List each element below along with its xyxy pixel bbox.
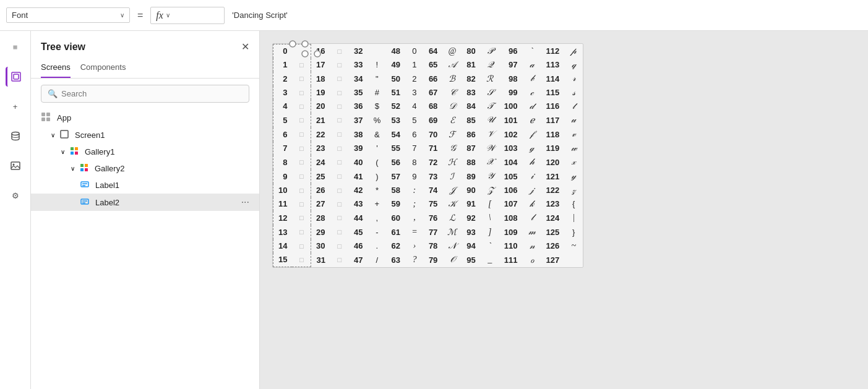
char-glyph[interactable]: 𝒶	[523, 58, 541, 72]
char-glyph[interactable]: [	[481, 197, 499, 211]
char-glyph[interactable]: 𝒯	[481, 100, 499, 113]
item-actions-menu[interactable]: ···	[241, 197, 249, 208]
char-glyph[interactable]: □	[330, 184, 349, 197]
char-glyph[interactable]: ~	[564, 239, 583, 253]
char-glyph[interactable]: 7	[405, 142, 424, 155]
char-glyph[interactable]: 4	[405, 100, 424, 113]
settings-icon[interactable]: ⚙	[6, 186, 25, 205]
tree-item-label2[interactable]: Label2 ···	[31, 194, 259, 211]
char-glyph[interactable]: 𝓌	[564, 142, 583, 155]
char-glyph[interactable]: 1	[405, 58, 424, 72]
tree-item-label1[interactable]: Label1	[31, 177, 259, 194]
char-glyph[interactable]: 𝓈	[564, 86, 583, 100]
char-glyph[interactable]: □	[292, 142, 311, 155]
char-glyph[interactable]: 𝒩	[442, 239, 462, 253]
char-glyph[interactable]: □	[292, 113, 311, 127]
char-glyph[interactable]	[564, 253, 583, 267]
char-glyph[interactable]: 𝒹	[523, 100, 541, 113]
char-glyph[interactable]: ]	[481, 225, 499, 239]
char-glyph[interactable]: 𝒷	[523, 72, 541, 86]
char-glyph[interactable]: ℐ	[442, 169, 462, 184]
char-glyph[interactable]: □	[330, 113, 349, 127]
char-glyph[interactable]: ℯ	[523, 113, 541, 127]
char-glyph[interactable]: =	[405, 225, 424, 239]
char-glyph[interactable]: ℰ	[442, 113, 462, 127]
char-glyph[interactable]: □	[292, 86, 311, 100]
char-glyph[interactable]: "	[367, 72, 386, 86]
char-glyph[interactable]: 𝓊	[564, 113, 583, 127]
char-glyph[interactable]: ℛ	[481, 72, 499, 86]
char-glyph[interactable]: □	[330, 253, 349, 267]
char-glyph[interactable]: 𝒱	[481, 127, 499, 142]
char-glyph[interactable]: □	[330, 58, 349, 72]
char-glyph[interactable]: ℴ	[523, 253, 541, 267]
char-glyph[interactable]: 𝒜	[442, 58, 462, 72]
char-glyph[interactable]: □	[330, 169, 349, 184]
char-glyph[interactable]: |	[564, 211, 583, 225]
char-glyph[interactable]: 𝒬	[481, 58, 499, 72]
char-glyph[interactable]: 𝒮	[481, 86, 499, 100]
char-glyph[interactable]: □	[330, 45, 349, 58]
char-glyph[interactable]: 𝒴	[481, 169, 499, 184]
char-glyph[interactable]: 6	[405, 127, 424, 142]
char-glyph[interactable]: 𝓏	[564, 184, 583, 197]
char-glyph[interactable]: ℱ	[442, 127, 462, 142]
char-glyph[interactable]: □	[330, 142, 349, 155]
char-glyph[interactable]: :	[405, 184, 424, 197]
char-glyph[interactable]: `	[523, 45, 541, 58]
char-glyph[interactable]: 𝒰	[481, 113, 499, 127]
char-glyph[interactable]: □	[292, 239, 311, 253]
char-glyph[interactable]: -	[367, 225, 386, 239]
char-glyph[interactable]: ,	[367, 211, 386, 225]
char-glyph[interactable]: □	[330, 100, 349, 113]
char-glyph[interactable]: 9	[405, 169, 424, 184]
char-glyph[interactable]: □	[292, 253, 311, 267]
char-glyph[interactable]: %	[367, 113, 386, 127]
char-glyph[interactable]: 𝒾	[523, 169, 541, 184]
char-glyph[interactable]: 𝒵	[481, 184, 499, 197]
char-glyph[interactable]: 𝓇	[564, 72, 583, 86]
char-glyph[interactable]: □	[330, 127, 349, 142]
char-glyph[interactable]: {	[564, 197, 583, 211]
char-glyph[interactable]: □	[292, 169, 311, 184]
char-glyph[interactable]: #	[367, 86, 386, 100]
search-input[interactable]	[61, 89, 243, 98]
char-glyph[interactable]: 𝓂	[523, 225, 541, 239]
char-glyph[interactable]: ?	[405, 253, 424, 267]
char-glyph[interactable]: □	[292, 100, 311, 113]
char-glyph[interactable]: 𝓃	[523, 239, 541, 253]
char-glyph[interactable]: ℬ	[442, 72, 462, 86]
char-glyph[interactable]: □	[330, 225, 349, 239]
char-glyph[interactable]: 𝒟	[442, 100, 462, 113]
char-glyph[interactable]: □	[292, 211, 311, 225]
char-glyph[interactable]: 8	[405, 155, 424, 169]
tree-item-screen1[interactable]: ∨ Screen1	[31, 127, 259, 143]
char-glyph[interactable]: □	[292, 225, 311, 239]
char-glyph[interactable]: ℋ	[442, 155, 462, 169]
char-glyph[interactable]: 𝒥	[442, 184, 462, 197]
char-glyph[interactable]: ‚	[405, 211, 424, 225]
tree-item-app[interactable]: App	[31, 109, 259, 127]
char-glyph[interactable]: 𝒫	[481, 45, 499, 58]
char-glyph[interactable]: +	[367, 197, 386, 211]
char-glyph[interactable]: )	[367, 169, 386, 184]
char-glyph[interactable]: 3	[405, 86, 424, 100]
font-dropdown[interactable]: Font ∨	[6, 7, 130, 23]
char-glyph[interactable]: _	[481, 253, 499, 267]
char-glyph[interactable]: &	[367, 127, 386, 142]
char-glyph[interactable]: 𝓍	[564, 155, 583, 169]
char-glyph[interactable]: \	[481, 211, 499, 225]
char-glyph[interactable]: □	[292, 127, 311, 142]
char-glyph[interactable]: !	[367, 58, 386, 72]
char-glyph[interactable]: ℒ	[442, 211, 462, 225]
char-glyph[interactable]: 𝒿	[523, 184, 541, 197]
tree-item-gallery1[interactable]: ∨ Gallery1	[31, 143, 259, 160]
char-glyph[interactable]: ›	[405, 239, 424, 253]
char-glyph[interactable]: □	[292, 184, 311, 197]
char-glyph[interactable]: 𝓋	[564, 127, 583, 142]
media-icon[interactable]	[6, 156, 25, 176]
char-glyph[interactable]: 𝒻	[523, 127, 541, 142]
char-glyph[interactable]: 𝓁	[523, 211, 541, 225]
char-glyph[interactable]: □	[292, 155, 311, 169]
char-glyph[interactable]: '	[367, 142, 386, 155]
